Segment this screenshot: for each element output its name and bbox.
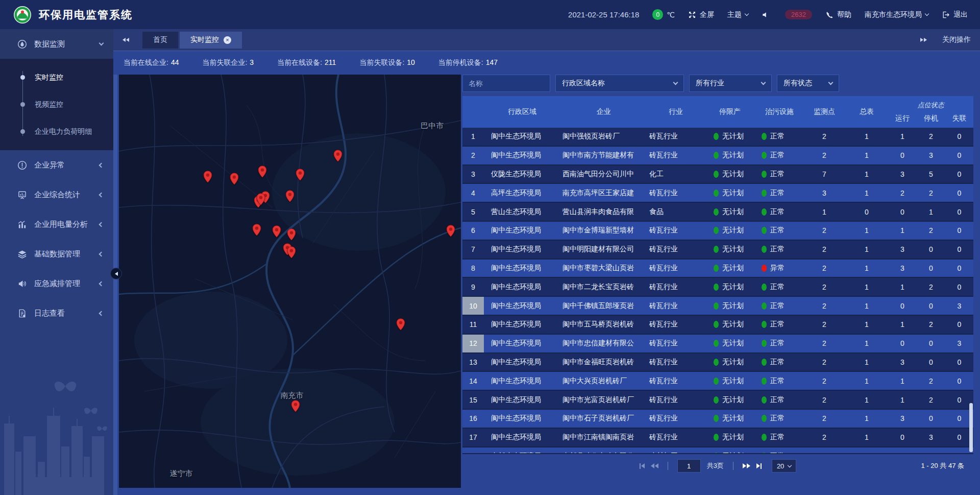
limit-status-cell: 无计划 [704, 278, 755, 296]
stat-value: 211 [325, 58, 336, 66]
sidebar-subitem[interactable]: 实时监控 [0, 64, 113, 91]
chevron-left-icon [99, 222, 104, 227]
sidebar-item-enterprise-statistics[interactable]: 企业综合统计 [0, 180, 113, 209]
column-header-facility: 治污设施 [755, 96, 803, 128]
table-header: 行政区域 企业 行业 停限产 治污设施 监测点 总表 点位状态 运行 停机 失联 [462, 96, 973, 128]
industry-cell: 砖瓦行业 [647, 410, 704, 428]
map-collapse-button[interactable] [110, 268, 122, 279]
next-page-button[interactable] [743, 463, 750, 468]
table-row[interactable]: 17阆中生态环境局阆中市江南镇阆南页岩砖瓦行业无计划正常21030 [462, 429, 973, 447]
table-row[interactable]: 2阆中生态环境局阆中市南方节能建材有砖瓦行业无计划正常21030 [462, 147, 973, 166]
status-dot-icon [714, 208, 719, 216]
scrollbar-thumb[interactable] [969, 403, 973, 452]
table-row[interactable]: 14阆中生态环境局阆中大兴页岩机砖厂砖瓦行业无计划正常21120 [462, 372, 973, 391]
points-cell: 2 [803, 410, 845, 428]
table-row[interactable]: 10阆中生态环境局阆中千佛镇五郎垭页岩砖瓦行业无计划正常21003 [462, 297, 973, 316]
points-cell: 2 [803, 297, 845, 315]
sidebar-item-emergency-reduction[interactable]: 应急减排管理 [0, 269, 113, 298]
map-panel[interactable]: 巴中市南充市遂宁市 [119, 75, 461, 488]
last-page-button[interactable] [756, 463, 762, 469]
logout-button[interactable]: 退出 [942, 10, 968, 19]
sidebar-item-base-data[interactable]: 基础数据管理 [0, 239, 113, 269]
map-pin[interactable] [252, 224, 261, 236]
running-cell: 3 [888, 241, 917, 258]
industry-filter-select[interactable]: 所有行业 [689, 75, 772, 92]
sidebar-item-label: 应急减排管理 [34, 279, 80, 289]
meters-cell: 1 [845, 297, 888, 315]
table-row[interactable]: 7阆中生态环境局阆中明阳建材有限公司砖瓦行业无计划正常21300 [462, 241, 973, 260]
table-row[interactable]: 3仪陇生态环境局西南油气田分公司川中化工无计划正常71350 [462, 166, 973, 184]
points-cell: 1 [803, 203, 845, 221]
table-row[interactable]: 13阆中生态环境局阆中市金福旺页岩机砖砖瓦行业无计划正常21300 [462, 353, 973, 372]
tab-home[interactable]: 首页 [142, 32, 178, 49]
datetime: 2021-02-25 17:46:18 [568, 10, 639, 19]
splitter-rail[interactable] [113, 75, 117, 495]
fullscreen-button[interactable]: 全屏 [688, 10, 714, 19]
industry-cell: 砖瓦行业 [647, 297, 704, 315]
map-pin[interactable] [296, 169, 305, 181]
stat-item: 当前失联企业:3 [202, 58, 254, 67]
running-cell: 3 [888, 260, 917, 277]
theme-menu[interactable]: 主题 [727, 10, 748, 19]
limit-status-cell: 无计划 [704, 203, 755, 221]
page-size-select[interactable]: 20 [772, 459, 796, 473]
close-operations-button[interactable]: 关闭操作 [942, 35, 971, 44]
presentation-icon [17, 190, 27, 200]
prev-page-button[interactable] [651, 463, 658, 468]
user-menu[interactable]: 南充市生态环境局 [865, 10, 928, 19]
facility-status-cell: 正常 [755, 391, 803, 409]
map-pin[interactable] [230, 173, 239, 185]
sidebar-item-enterprise-abnormal[interactable]: 企业异常 [0, 150, 113, 180]
meters-cell: 1 [845, 335, 888, 352]
table-row[interactable]: 1阆中生态环境局阆中强锐页岩砖厂砖瓦行业无计划正常21120 [462, 128, 973, 147]
table-row[interactable]: 11阆中生态环境局阆中市五马桥页岩机砖砖瓦行业无计划正常21120 [462, 316, 973, 335]
meters-cell: 1 [845, 147, 888, 164]
region-filter-select[interactable]: 行政区域名称 [555, 75, 684, 92]
map-pin[interactable] [256, 193, 265, 205]
sidebar-item-power-analysis[interactable]: 企业用电量分析 [0, 209, 113, 239]
table-row[interactable]: 16阆中生态环境局阆中市石子页岩机砖厂砖瓦行业无计划正常21300 [462, 410, 973, 429]
status-filter-select[interactable]: 所有状态 [777, 75, 839, 92]
map-pin[interactable] [291, 400, 300, 412]
running-cell: 1 [888, 278, 917, 296]
mute-button[interactable] [762, 11, 770, 19]
tab-realtime-monitor[interactable]: 实时监控 × [180, 32, 242, 49]
map-pin[interactable] [446, 225, 455, 237]
table-row[interactable]: 18南部生态环境局南部县砖化土砖有限公建材加工无计划正常60060 [462, 447, 973, 453]
tabs-scroll-left-button[interactable] [122, 38, 129, 42]
name-filter-input[interactable] [462, 75, 550, 92]
help-button[interactable]: 帮助 [825, 10, 851, 19]
map-pin[interactable] [285, 190, 295, 202]
notifications-button[interactable]: 2632 [783, 10, 812, 19]
sidebar-item-log-view[interactable]: 日志查看 [0, 298, 113, 328]
map-pin[interactable] [203, 171, 212, 183]
sidebar-item-label: 日志查看 [34, 309, 65, 318]
meters-cell: 1 [845, 353, 888, 371]
status-dot-icon [714, 434, 719, 441]
temperature: 0 ℃ [652, 9, 675, 20]
page-input[interactable] [677, 459, 701, 473]
map-pin[interactable] [272, 225, 281, 238]
table-row[interactable]: 8阆中生态环境局阆中市枣碧大梁山页岩砖瓦行业无计划异常21300 [462, 260, 973, 278]
stopped-cell: 3 [917, 429, 945, 446]
map-pin[interactable] [396, 318, 405, 331]
bar-chart-icon [17, 220, 27, 229]
table-row[interactable]: 4高坪生态环境局南充市高坪区王家店建砖瓦行业无计划正常31220 [462, 184, 973, 203]
sidebar-item-data-monitoring[interactable]: 数据监测 [0, 29, 113, 59]
sidebar-subitem[interactable]: 企业电力负荷明细 [0, 118, 113, 145]
stat-label: 当前在线设备: [277, 58, 322, 66]
table-row[interactable]: 9阆中生态环境局阆中市二龙长宝页岩砖砖瓦行业无计划正常21120 [462, 278, 973, 297]
close-tab-icon[interactable]: × [224, 36, 231, 44]
map-pin[interactable] [287, 246, 296, 258]
table-row[interactable]: 5营山生态环境局营山县润丰肉食品有限食品无计划正常10010 [462, 203, 973, 222]
table-row[interactable]: 15阆中生态环境局阆中市光富页岩机砖厂砖瓦行业无计划正常21120 [462, 391, 973, 410]
map-pin[interactable] [258, 166, 267, 178]
table-row[interactable]: 12阆中生态环境局阆中市忠信建材有限公砖瓦行业无计划正常21003 [462, 335, 973, 353]
status-dot-icon [714, 284, 719, 291]
map-pin[interactable] [287, 228, 296, 241]
first-page-button[interactable] [640, 463, 645, 469]
tabs-scroll-right-button[interactable] [920, 38, 927, 42]
sidebar-subitem[interactable]: 视频监控 [0, 91, 113, 118]
table-row[interactable]: 6阆中生态环境局阆中市金博瑞新型墙材砖瓦行业无计划正常21120 [462, 222, 973, 241]
map-pin[interactable] [333, 150, 342, 162]
